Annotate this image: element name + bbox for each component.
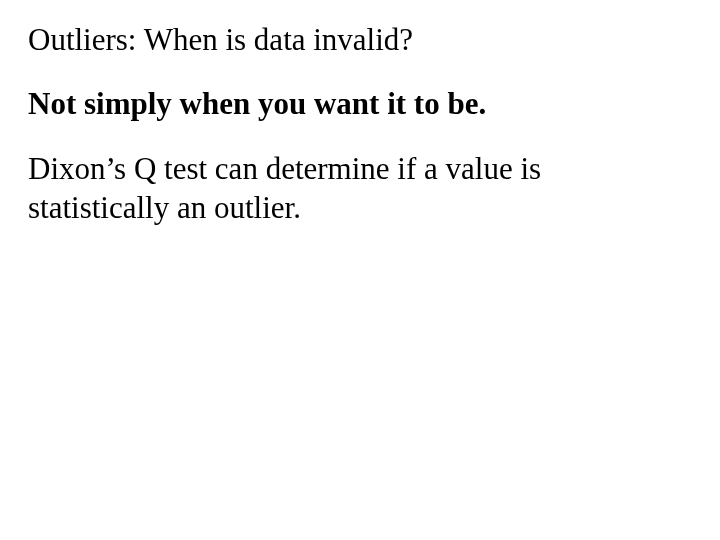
slide-body: Dixon’s Q test can determine if a value … [28,150,688,228]
slide-emphasis: Not simply when you want it to be. [28,86,692,122]
slide-title: Outliers: When is data invalid? [28,22,692,58]
